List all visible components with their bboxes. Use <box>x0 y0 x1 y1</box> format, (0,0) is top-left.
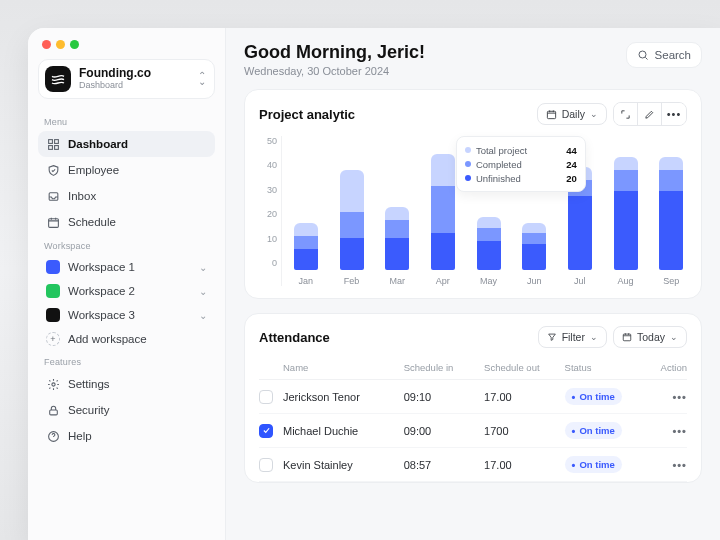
bar-segment <box>477 241 501 270</box>
add-workspace-button[interactable]: + Add workspace <box>38 327 215 351</box>
y-tick-label: 40 <box>259 160 277 170</box>
maximize-window-dot[interactable] <box>70 40 79 49</box>
edit-button[interactable] <box>638 103 662 125</box>
app-window: Founding.co Dashboard ⌃⌄ Menu DashboardE… <box>28 28 720 540</box>
expand-icon <box>620 109 631 120</box>
more-button[interactable]: ••• <box>662 103 686 125</box>
analytic-chart: 50403020100 JanFebMarAprMayJunJulAugSep … <box>259 136 687 286</box>
expand-button[interactable] <box>614 103 638 125</box>
bar-segment <box>340 212 364 238</box>
bar-segment <box>522 233 546 244</box>
pencil-icon <box>644 109 655 120</box>
row-action-button[interactable]: ••• <box>645 459 687 471</box>
minimize-window-dot[interactable] <box>56 40 65 49</box>
chevron-down-icon: ⌄ <box>590 332 598 342</box>
bar-stack[interactable] <box>385 207 409 270</box>
workspace-item[interactable]: Workspace 2⌄ <box>38 279 215 303</box>
calendar-icon <box>546 109 557 120</box>
svg-rect-0 <box>48 139 52 143</box>
sidebar-item-settings[interactable]: Settings <box>38 371 215 397</box>
sidebar-item-help[interactable]: Help <box>38 423 215 449</box>
bar-segment <box>614 191 638 270</box>
workspace-switcher[interactable]: Founding.co Dashboard ⌃⌄ <box>38 59 215 99</box>
help-icon <box>46 429 60 443</box>
row-checkbox[interactable] <box>259 424 273 438</box>
bar-segment <box>522 223 546 234</box>
bar-segment <box>522 244 546 270</box>
row-checkbox[interactable] <box>259 458 273 472</box>
svg-point-6 <box>51 382 54 385</box>
col-action: Action <box>645 362 687 373</box>
sidebar-item-label: Schedule <box>68 216 116 228</box>
bar-column: May <box>473 217 505 286</box>
bar-column: Aug <box>610 157 642 286</box>
attendance-date-button[interactable]: Today ⌄ <box>613 326 687 348</box>
sidebar-item-label: Settings <box>68 378 110 390</box>
bar-segment <box>477 228 501 241</box>
sidebar-section-workspace-label: Workspace <box>38 235 215 255</box>
brand-logo-icon <box>45 66 71 92</box>
row-checkbox[interactable] <box>259 390 273 404</box>
legend-value: 44 <box>566 145 577 156</box>
bar-segment <box>294 236 318 249</box>
bar-stack[interactable] <box>294 223 318 270</box>
bar-segment <box>385 238 409 270</box>
col-name: Name <box>283 362 404 373</box>
attendance-filter-button[interactable]: Filter ⌄ <box>538 326 607 348</box>
chevron-down-icon: ⌄ <box>199 310 207 321</box>
x-tick-label: Feb <box>344 276 360 286</box>
sidebar-item-inbox[interactable]: Inbox <box>38 183 215 209</box>
search-label: Search <box>655 49 691 61</box>
table-row: Kevin Stainley08:5717.00On time••• <box>259 448 687 482</box>
bar-stack[interactable] <box>522 223 546 270</box>
add-workspace-label: Add workspace <box>68 333 147 345</box>
col-schedule-out: Schedule out <box>484 362 564 373</box>
bar-segment <box>659 191 683 270</box>
lock-icon <box>46 403 60 417</box>
bar-segment <box>431 154 455 186</box>
y-tick-label: 50 <box>259 136 277 146</box>
close-window-dot[interactable] <box>42 40 51 49</box>
table-row: Jerickson Tenor09:1017.00On time••• <box>259 380 687 414</box>
col-status: Status <box>565 362 645 373</box>
sidebar-item-employee[interactable]: Employee <box>38 157 215 183</box>
cell-schedule-out: 1700 <box>484 425 564 437</box>
workspace-item[interactable]: Workspace 1⌄ <box>38 255 215 279</box>
search-button[interactable]: Search <box>626 42 702 68</box>
grid-icon <box>46 137 60 151</box>
chevron-down-icon: ⌄ <box>199 262 207 273</box>
sidebar: Founding.co Dashboard ⌃⌄ Menu DashboardE… <box>28 28 226 540</box>
bar-stack[interactable] <box>477 217 501 270</box>
cell-schedule-in: 09:00 <box>404 425 484 437</box>
bar-stack[interactable] <box>431 154 455 270</box>
sidebar-item-schedule[interactable]: Schedule <box>38 209 215 235</box>
svg-rect-1 <box>54 139 58 143</box>
gear-icon <box>46 377 60 391</box>
x-tick-label: Apr <box>436 276 450 286</box>
sidebar-item-label: Employee <box>68 164 119 176</box>
workspace-label: Workspace 3 <box>68 309 135 321</box>
workspace-item[interactable]: Workspace 3⌄ <box>38 303 215 327</box>
chevron-down-icon: ⌄ <box>590 109 598 119</box>
bar-stack[interactable] <box>340 170 364 270</box>
col-schedule-in: Schedule in <box>404 362 484 373</box>
row-action-button[interactable]: ••• <box>645 425 687 437</box>
x-tick-label: Jun <box>527 276 542 286</box>
cell-name: Kevin Stainley <box>283 459 404 471</box>
bar-segment <box>659 170 683 191</box>
y-tick-label: 20 <box>259 209 277 219</box>
row-action-button[interactable]: ••• <box>645 391 687 403</box>
y-tick-label: 30 <box>259 185 277 195</box>
bar-stack[interactable] <box>614 157 638 270</box>
chart-legend: Total project44Completed24Unfinished20 <box>456 136 586 192</box>
workspace-color-badge <box>46 284 60 298</box>
svg-rect-11 <box>623 334 631 341</box>
main-content: Good Morning, Jeric! Wednesday, 30 Octob… <box>226 28 720 540</box>
brand-subtitle: Dashboard <box>79 81 190 91</box>
sidebar-item-security[interactable]: Security <box>38 397 215 423</box>
bar-segment <box>385 207 409 220</box>
period-select[interactable]: Daily ⌄ <box>537 103 607 125</box>
sidebar-item-dashboard[interactable]: Dashboard <box>38 131 215 157</box>
bar-stack[interactable] <box>659 157 683 270</box>
attendance-card: Attendance Filter ⌄ Today ⌄ Name <box>244 313 702 483</box>
